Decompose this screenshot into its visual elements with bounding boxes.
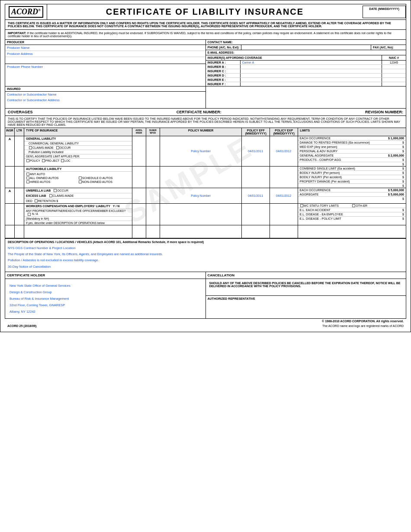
producer-name: Producer Name <box>5 45 206 51</box>
limit-bodily-acc: BODILY INJURY (Per accident) $ <box>298 175 406 179</box>
contact-insurers-right: CONTACT NAME: PHONE (A/C, No, Ext): FAX … <box>206 40 406 86</box>
limit-personal: PERSONAL & ADV INJURY $ <box>298 149 406 154</box>
cert-holder-line3: Bureau of Risk & Insurance Management <box>10 295 201 302</box>
auto-policy <box>160 167 241 188</box>
wc-ltr <box>15 204 24 225</box>
th-type: TYPE OF INSURANCE <box>24 128 132 136</box>
insurer-b-row: INSURER B : <box>206 65 406 69</box>
project-box <box>42 159 45 162</box>
coverages-table: SAMPLE INSR LTR TYPE OF INSURANCE ADDL I… <box>5 128 406 239</box>
operations-content: NYS OGS Contract Number & Project Locati… <box>8 245 403 270</box>
wc-mandatory: (Mandatory in NH) <box>24 217 132 221</box>
auto-type-col: AUTOMOBILE LIABILITY ANY AUTO ALL OWNED … <box>24 167 132 188</box>
schedule-box <box>79 176 82 179</box>
umbrella-ltr <box>15 188 24 203</box>
insured-left: INSURED Contractor or Subcontractor Name… <box>5 87 206 108</box>
wc-exp <box>270 204 298 225</box>
acord-logo: ACORD® <box>5 4 47 19</box>
operations-section: DESCRIPTION OF OPERATIONS / LOCATIONS / … <box>5 239 406 272</box>
limit-property: PROPERTY DAMAGE (Per accident) $ <box>298 179 406 184</box>
th-ltr: LTR <box>15 128 24 136</box>
auto-type: AUTOMOBILE LIABILITY <box>24 167 132 172</box>
cert-holder: CERTIFICATE HOLDER New York State Office… <box>5 272 206 318</box>
revision-label: REVISION NUMBER: <box>363 109 406 115</box>
notice-box: THIS CERTIFICATE IS ISSUED AS A MATTER O… <box>5 20 406 30</box>
auto-insr <box>5 167 15 188</box>
cert-holder-title: CERTIFICATE HOLDER <box>5 272 206 279</box>
cert-holder-line5: Albany, NY 12242 <box>10 308 201 315</box>
email-row: E-MAIL ADDRESS: <box>206 50 406 55</box>
wc-addl <box>132 204 146 225</box>
insurer-d-row: INSURER D : <box>206 74 406 78</box>
limit-gen-agg: GENERAL AGGREGATE $ 2,000,000 <box>298 154 406 158</box>
th-subr: SUBR WVD <box>146 128 160 136</box>
gl-insr: A <box>5 136 15 166</box>
all-owned-box <box>26 176 29 179</box>
occur-box <box>56 146 59 149</box>
insured-address: Contractor or Subcontractor Address <box>5 97 206 103</box>
hired-box <box>26 180 29 183</box>
table-header-row: INSR LTR TYPE OF INSURANCE ADDL INSR SUB… <box>5 128 406 136</box>
gl-subtype: COMMERCIAL GENERAL LIABILITY <box>24 141 132 146</box>
all-owned-opt: ALL OWNED AUTOS <box>26 176 78 180</box>
insurers-header: INSURER(S) AFFORDING COVERAGE NAIC # <box>206 55 406 61</box>
gl-claims-row: CLAIMS-MADE OCCUR <box>24 146 132 150</box>
insured-label: INSURED <box>5 87 206 92</box>
gl-exp: 04/01/2012 <box>270 136 298 166</box>
th-addl: ADDL INSR <box>132 128 146 136</box>
fax-label: FAX (A/C, No): <box>371 45 406 50</box>
insured-section: INSURED Contractor or Subcontractor Name… <box>5 87 406 109</box>
insurers-coverage-label: INSURER(S) AFFORDING COVERAGE <box>206 55 382 60</box>
umbrella-policy-number: Policy Number <box>160 188 241 203</box>
gl-limits: EACH OCCURRENCE $ 1,000,000 DAMAGE TO RE… <box>298 136 406 166</box>
cancellation: CANCELLATION SHOULD ANY OF THE ABOVE DES… <box>206 272 406 318</box>
insurer-f-row: INSURER F : <box>206 82 406 86</box>
header: ACORD® CERTIFICATE OF LIABILITY INSURANC… <box>5 4 406 20</box>
wc-insr <box>5 204 15 225</box>
umbrella-eff: 04/01/2011 <box>242 188 270 203</box>
page-title: CERTIFICATE OF LIABILITY INSURANCE <box>47 5 363 19</box>
insurer-f-label: INSURER F : <box>206 82 241 86</box>
cert-number-label: CERTIFICATE NUMBER: <box>35 109 363 115</box>
auto-limits: COMBINED SINGLE LIMIT (Ea accident) $ BO… <box>298 167 406 188</box>
producer-contact-section: PRODUCER Producer Name Producer Address … <box>5 40 406 87</box>
umbrella-limits: EACH OCCURRENCE $ 5,000,000 AGGREGATE $ … <box>298 188 406 203</box>
gl-policy-number: Policy Number <box>160 136 241 166</box>
auto-eff <box>242 167 270 188</box>
producer-address: Producer Address <box>5 51 206 57</box>
auto-addl <box>132 167 146 188</box>
cert-holder-line4: 32nd Floor, Corning Tower, GNARESP <box>10 302 201 308</box>
schedule-opt: SCHEDULE D AUTOS <box>78 176 131 180</box>
cancellation-content: SHOULD ANY OF THE ABOVE DESCRIBED POLICI… <box>206 279 406 295</box>
insured-name: Contractor or Subcontractor Name <box>5 92 206 97</box>
any-auto-box <box>26 173 29 176</box>
limit-umbrella-each: EACH OCCURRENCE $ 5,000,000 <box>298 188 406 192</box>
producer-left: PRODUCER Producer Name Producer Address … <box>5 40 206 86</box>
coverages-description: THIS IS TO CERTIFY THAT THE POLICIES OF … <box>5 116 406 128</box>
umbrella-type-row: UMBRELLA LIAB OCCUR <box>24 188 132 193</box>
ded-box <box>35 199 38 202</box>
wc-statu-box <box>300 204 303 207</box>
th-insr: INSR <box>5 128 15 136</box>
th-limits: LIMITS <box>298 128 406 136</box>
gl-pollution: Pollution Liability Included <box>24 150 132 154</box>
limit-combined: COMBINED SINGLE LIMIT (Ea accident) $ <box>298 167 406 171</box>
ded-retention-row: DED RETENTION $ <box>24 199 132 203</box>
auto-options: ANY AUTO ALL OWNED AUTOS SCHEDULE D AUTO… <box>24 172 132 184</box>
umbrella-type-col: UMBRELLA LIAB OCCUR EXCESS LIAB CLAIMS-M… <box>24 188 132 203</box>
operations-line1: NYS OGS Contract Number & Project Locati… <box>8 245 403 251</box>
date-field: DATE (MM/DD/YYYY) <box>363 6 406 18</box>
umbrella-section: A UMBRELLA LIAB OCCUR EXCESS LIAB CLAIMS… <box>5 188 406 204</box>
umbrella-subr <box>146 188 160 203</box>
cert-holder-content: New York State Office of General Service… <box>5 279 206 318</box>
operations-header: DESCRIPTION OF OPERATIONS / LOCATIONS / … <box>8 240 403 244</box>
hired-opt: HIRED AUTOS <box>26 180 78 184</box>
operations-line3: Pollution / Asbestos is not excluded in … <box>8 257 403 263</box>
auto-exp <box>270 167 298 188</box>
gl-eff: 04/01/2011 <box>242 136 270 166</box>
gl-type-col: GENERAL LIABILITY COMMERCIAL GENERAL LIA… <box>24 136 132 166</box>
insurer-d-label: INSURER D : <box>206 74 241 77</box>
insurer-b-label: INSURER B : <box>206 65 241 69</box>
policy-box <box>26 159 29 162</box>
limit-blank1: $ <box>298 162 406 166</box>
